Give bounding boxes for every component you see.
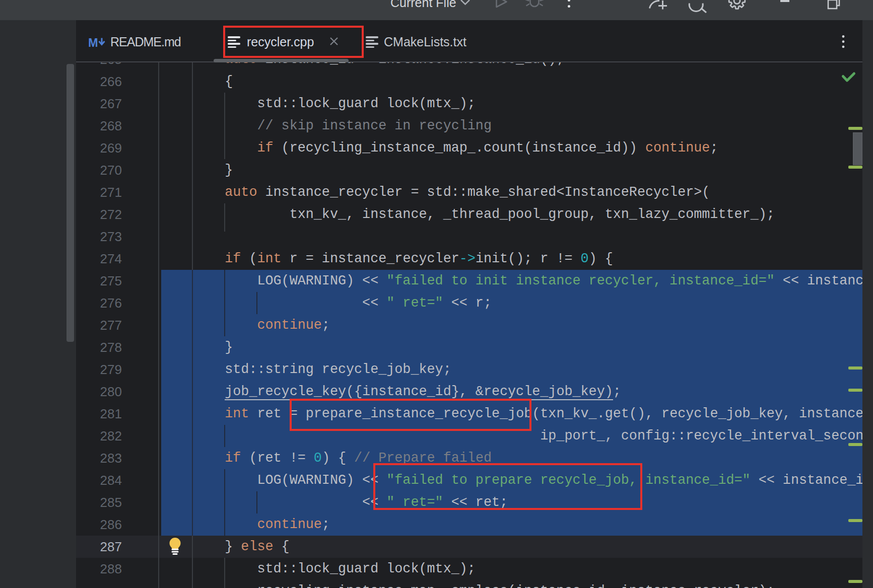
svg-text:M: M (89, 37, 98, 49)
